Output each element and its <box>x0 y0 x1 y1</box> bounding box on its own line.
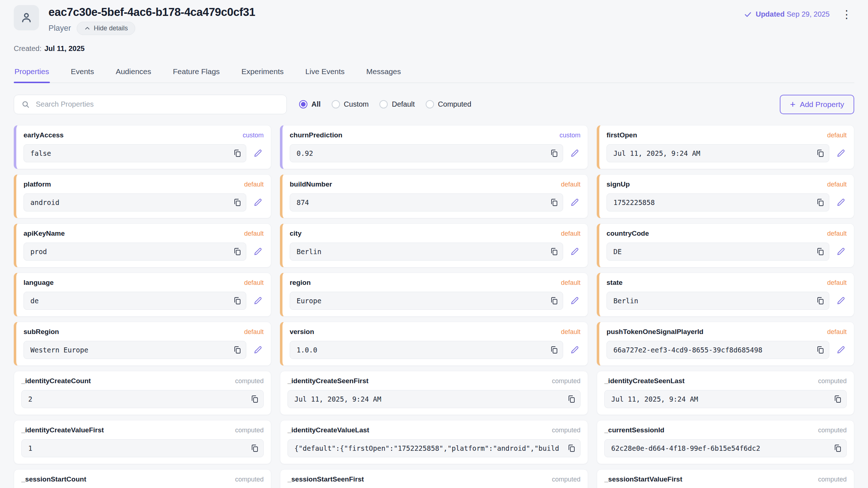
tab-events[interactable]: Events <box>70 67 95 82</box>
property-badge: computed <box>818 476 847 483</box>
radio-circle[interactable] <box>332 100 340 108</box>
edit-button[interactable] <box>569 149 580 158</box>
edit-button[interactable] <box>835 198 847 207</box>
filter-radio-computed[interactable]: Computed <box>426 100 471 108</box>
edit-button[interactable] <box>252 149 264 158</box>
property-card-_identityCreateSeenLast: _identityCreateSeenLast computed Jul 11,… <box>597 371 854 415</box>
edit-button[interactable] <box>252 198 264 207</box>
add-property-button[interactable]: + Add Property <box>780 95 854 114</box>
property-value: 1752225858 <box>613 198 655 206</box>
tab-feature-flags[interactable]: Feature Flags <box>172 67 221 82</box>
property-card-buildNumber: buildNumber default 874 <box>280 174 588 218</box>
property-card-earlyAccess: earlyAccess custom false <box>14 125 271 169</box>
property-value: Europe <box>297 297 322 305</box>
edit-button[interactable] <box>252 346 264 354</box>
tab-audiences[interactable]: Audiences <box>115 67 152 82</box>
page-title: eac7c30e-5bef-4ac6-b178-4ca479c0cf31 <box>48 6 255 19</box>
tab-live-events[interactable]: Live Events <box>305 67 345 82</box>
radio-circle[interactable] <box>426 100 434 108</box>
property-value-box: {"default":{"firstOpen":"1752225858","pl… <box>288 439 580 457</box>
edit-button[interactable] <box>569 198 580 207</box>
copy-button[interactable] <box>548 247 558 256</box>
property-card-_identityCreateValueFirst: _identityCreateValueFirst computed 1 <box>14 420 271 464</box>
edit-button[interactable] <box>252 247 264 256</box>
property-name: _sessionStartValueFirst <box>604 475 682 483</box>
property-value-box: Europe <box>290 292 563 310</box>
copy-button[interactable] <box>548 346 558 354</box>
copy-button[interactable] <box>231 296 242 305</box>
property-value: prod <box>30 248 47 256</box>
copy-button[interactable] <box>566 395 576 403</box>
property-value: Jul 11, 2025, 9:24 AM <box>611 395 698 403</box>
property-card-churnPrediction: churnPrediction custom 0.92 <box>280 125 588 169</box>
edit-button[interactable] <box>569 296 580 305</box>
edit-button[interactable] <box>835 346 847 354</box>
copy-button[interactable] <box>231 198 242 207</box>
radio-circle[interactable] <box>379 100 388 108</box>
copy-button[interactable] <box>814 296 825 305</box>
property-badge: computed <box>552 427 580 434</box>
updated-status: Updated Sep 29, 2025 <box>744 10 830 18</box>
copy-button[interactable] <box>231 346 242 354</box>
copy-button[interactable] <box>814 346 825 354</box>
edit-button[interactable] <box>835 149 847 158</box>
property-badge: default <box>827 230 847 237</box>
filter-radio-default[interactable]: Default <box>379 100 414 108</box>
property-name: _identityCreateSeenFirst <box>288 377 369 385</box>
radio-label: Computed <box>438 100 471 108</box>
property-card-region: region default Europe <box>280 273 588 317</box>
copy-button[interactable] <box>814 247 825 256</box>
copy-button[interactable] <box>249 395 259 403</box>
copy-button[interactable] <box>566 444 576 453</box>
property-name: language <box>24 279 54 287</box>
property-badge: computed <box>235 377 264 385</box>
chevron-up-icon <box>84 25 90 31</box>
property-badge: computed <box>818 427 847 434</box>
kebab-menu-icon[interactable]: ⋮ <box>839 11 854 18</box>
copy-button[interactable] <box>832 395 842 403</box>
copy-button[interactable] <box>832 444 842 453</box>
property-value: 62c28e0e-d664-4f18-99ef-6b15e54f6dc2 <box>611 444 760 452</box>
copy-button[interactable] <box>814 198 825 207</box>
property-badge: computed <box>235 476 264 483</box>
tab-experiments[interactable]: Experiments <box>241 67 285 82</box>
property-name: _sessionStartCount <box>21 475 86 483</box>
property-value: 1.0.0 <box>297 346 317 354</box>
property-name: _sessionStartSeenFirst <box>288 475 364 483</box>
property-value: Berlin <box>297 248 322 256</box>
property-value: 0.92 <box>297 149 313 157</box>
tab-properties[interactable]: Properties <box>14 67 50 82</box>
edit-button[interactable] <box>569 247 580 256</box>
property-card-state: state default Berlin <box>597 273 854 317</box>
copy-button[interactable] <box>249 444 259 453</box>
search-input[interactable] <box>35 100 279 109</box>
property-card-_currentSessionId: _currentSessionId computed 62c28e0e-d664… <box>597 420 854 464</box>
filter-radio-all[interactable]: All <box>299 100 321 108</box>
copy-button[interactable] <box>548 198 558 207</box>
tab-messages[interactable]: Messages <box>366 67 402 82</box>
property-name: _identityCreateSeenLast <box>604 377 685 385</box>
filter-radio-custom[interactable]: Custom <box>332 100 369 108</box>
edit-button[interactable] <box>835 296 847 305</box>
edit-button[interactable] <box>835 247 847 256</box>
copy-button[interactable] <box>548 296 558 305</box>
property-value: Western Europe <box>30 346 88 354</box>
property-value-box: Western Europe <box>24 341 246 359</box>
hide-details-button[interactable]: Hide details <box>77 22 135 35</box>
property-card-subRegion: subRegion default Western Europe <box>14 322 271 366</box>
property-name: _currentSessionId <box>604 426 664 434</box>
copy-button[interactable] <box>814 149 825 158</box>
radio-circle[interactable] <box>299 100 307 108</box>
copy-button[interactable] <box>548 149 558 158</box>
edit-button[interactable] <box>252 296 264 305</box>
copy-button[interactable] <box>231 247 242 256</box>
property-value: DE <box>613 248 622 256</box>
property-value: Berlin <box>613 297 638 305</box>
property-value-box: Jul 11, 2025, 9:24 AM <box>288 390 580 408</box>
copy-button[interactable] <box>231 149 242 158</box>
property-name: buildNumber <box>290 180 332 188</box>
edit-button[interactable] <box>569 346 580 354</box>
property-value: android <box>30 198 59 206</box>
property-value: 2 <box>28 395 32 403</box>
player-detail-page: eac7c30e-5bef-4ac6-b178-4ca479c0cf31 Pla… <box>0 0 868 488</box>
